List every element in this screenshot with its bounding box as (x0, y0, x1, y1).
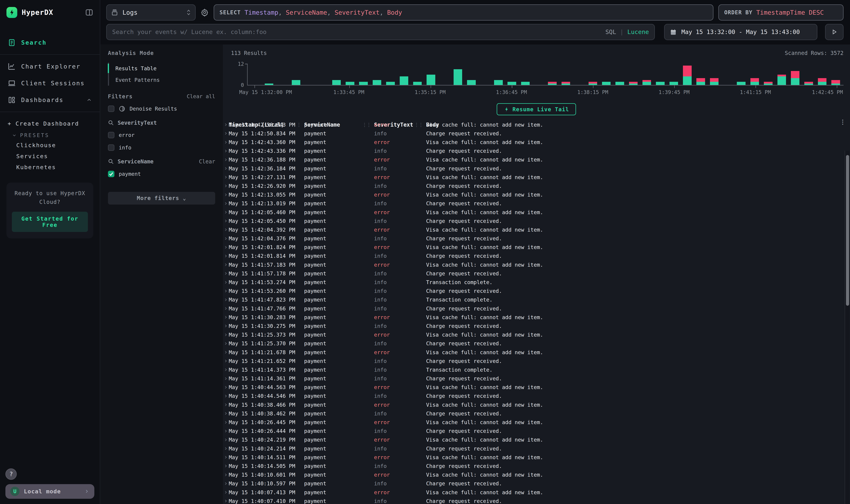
log-row[interactable]: May 15 1:40:07.410 PM payment info Charg… (223, 497, 845, 504)
row-expand-chevron-icon[interactable] (224, 429, 229, 434)
row-expand-chevron-icon[interactable] (224, 437, 229, 442)
row-expand-chevron-icon[interactable] (224, 245, 229, 250)
mode-lucene-button[interactable]: Lucene (627, 29, 649, 35)
log-row[interactable]: May 15 1:40:24.214 PM payment info Charg… (223, 444, 845, 453)
row-expand-chevron-icon[interactable] (224, 157, 229, 162)
log-row[interactable]: May 15 1:41:21.678 PM payment error Visa… (223, 348, 845, 357)
create-dashboard-button[interactable]: + Create Dashboard (8, 118, 92, 130)
row-expand-chevron-icon[interactable] (224, 236, 229, 241)
chevron-up-icon[interactable] (86, 97, 92, 103)
row-expand-chevron-icon[interactable] (224, 166, 229, 171)
select-clause-input[interactable]: SELECT Timestamp, ServiceName, SeverityT… (214, 4, 713, 21)
sidebar-item-dashboards[interactable]: Dashboards (0, 92, 100, 108)
log-row[interactable]: May 15 1:42:50.843 PM payment error Visa… (223, 120, 845, 129)
row-expand-chevron-icon[interactable] (224, 315, 229, 320)
row-expand-chevron-icon[interactable] (224, 140, 229, 145)
log-row[interactable]: May 15 1:42:05.460 PM payment error Visa… (223, 208, 845, 217)
sidebar-collapse-icon[interactable] (85, 8, 93, 17)
log-row[interactable]: May 15 1:41:30.275 PM payment info Charg… (223, 322, 845, 330)
log-row[interactable]: May 15 1:40:14.511 PM payment error Visa… (223, 453, 845, 462)
row-expand-chevron-icon[interactable] (224, 446, 229, 451)
row-expand-chevron-icon[interactable] (224, 455, 229, 460)
row-expand-chevron-icon[interactable] (224, 280, 229, 285)
row-expand-chevron-icon[interactable] (224, 324, 229, 328)
log-row[interactable]: May 15 1:40:38.466 PM payment error Visa… (223, 400, 845, 409)
error-checkbox[interactable] (108, 132, 114, 138)
log-row[interactable]: May 15 1:41:47.766 PM payment info Charg… (223, 304, 845, 313)
mode-sql-button[interactable]: SQL (605, 29, 616, 35)
filter-group-name[interactable]: ServiceName (118, 158, 153, 165)
row-expand-chevron-icon[interactable] (224, 332, 229, 337)
row-expand-chevron-icon[interactable] (224, 472, 229, 477)
row-expand-chevron-icon[interactable] (224, 350, 229, 355)
row-expand-chevron-icon[interactable] (224, 376, 229, 381)
denoise-checkbox-row[interactable]: Denoise Results (108, 106, 215, 112)
log-row[interactable]: May 15 1:40:10.601 PM payment error Visa… (223, 470, 845, 479)
log-row[interactable]: May 15 1:41:25.373 PM payment error Visa… (223, 330, 845, 339)
row-expand-chevron-icon[interactable] (224, 341, 229, 346)
filter-group-name[interactable]: SeverityText (118, 120, 157, 126)
log-row[interactable]: May 15 1:41:57.183 PM payment error Visa… (223, 260, 845, 269)
log-row[interactable]: May 15 1:40:10.597 PM payment info Charg… (223, 479, 845, 488)
row-expand-chevron-icon[interactable] (224, 271, 229, 276)
sidebar-item-chart-explorer[interactable]: Chart Explorer (0, 58, 100, 75)
row-expand-chevron-icon[interactable] (224, 192, 229, 197)
log-row[interactable]: May 15 1:40:44.563 PM payment error Visa… (223, 383, 845, 392)
row-expand-chevron-icon[interactable] (224, 201, 229, 206)
row-expand-chevron-icon[interactable] (224, 402, 229, 407)
denoise-checkbox[interactable] (108, 106, 114, 112)
log-row[interactable]: May 15 1:41:47.823 PM payment info Trans… (223, 295, 845, 304)
info-checkbox[interactable] (108, 144, 114, 151)
local-mode-menu[interactable]: U Local mode (5, 484, 94, 499)
order-by-input[interactable]: ORDER BY TimestampTime DESC (718, 4, 844, 21)
row-expand-chevron-icon[interactable] (224, 289, 229, 293)
log-row[interactable]: May 15 1:40:26.445 PM payment error Visa… (223, 418, 845, 427)
filter-option-error[interactable]: error (108, 132, 215, 138)
log-row[interactable]: May 15 1:40:26.444 PM payment info Charg… (223, 427, 845, 435)
log-row[interactable]: May 15 1:42:36.188 PM payment error Visa… (223, 156, 845, 164)
preset-kubernetes[interactable]: Kubernetes (8, 162, 92, 173)
log-row[interactable]: May 15 1:42:27.131 PM payment error Visa… (223, 173, 845, 182)
row-expand-chevron-icon[interactable] (224, 210, 229, 215)
get-started-button[interactable]: Get Started for Free (12, 212, 88, 232)
row-expand-chevron-icon[interactable] (224, 227, 229, 232)
option-results-table[interactable]: Results Table (109, 62, 215, 74)
log-row[interactable]: May 15 1:42:26.920 PM payment info Charg… (223, 182, 845, 190)
row-expand-chevron-icon[interactable] (224, 359, 229, 363)
row-expand-chevron-icon[interactable] (224, 420, 229, 425)
log-row[interactable]: May 15 1:41:25.370 PM payment info Charg… (223, 339, 845, 348)
log-row[interactable]: May 15 1:41:14.361 PM payment info Charg… (223, 374, 845, 383)
log-row[interactable]: May 15 1:41:30.283 PM payment error Visa… (223, 313, 845, 322)
log-row[interactable]: May 15 1:42:04.376 PM payment info Charg… (223, 234, 845, 243)
log-row[interactable]: May 15 1:40:38.462 PM payment info Charg… (223, 409, 845, 418)
clear-service-link[interactable]: Clear (199, 158, 215, 165)
log-row[interactable]: May 15 1:42:50.834 PM payment info Charg… (223, 129, 845, 138)
sidebar-item-client-sessions[interactable]: Client Sessions (0, 75, 100, 92)
log-row[interactable]: May 15 1:41:21.652 PM payment info Charg… (223, 357, 845, 365)
scrollbar-thumb[interactable] (846, 155, 849, 306)
time-range-picker[interactable]: May 15 13:32:00 - May 15 13:43:00 (664, 24, 817, 40)
row-expand-chevron-icon[interactable] (224, 464, 229, 468)
row-expand-chevron-icon[interactable] (224, 175, 229, 180)
row-expand-chevron-icon[interactable] (224, 394, 229, 398)
source-select[interactable]: Logs (106, 4, 196, 21)
more-filters-button[interactable]: More filters ⌄ (108, 192, 215, 204)
row-expand-chevron-icon[interactable] (224, 298, 229, 302)
log-row[interactable]: May 15 1:40:44.546 PM payment info Charg… (223, 392, 845, 400)
log-row[interactable]: May 15 1:42:13.019 PM payment info Charg… (223, 199, 845, 208)
row-expand-chevron-icon[interactable] (224, 385, 229, 390)
log-row[interactable]: May 15 1:42:36.184 PM payment info Charg… (223, 164, 845, 173)
lucene-search-input[interactable]: Search your events w/ Lucene ex. column:… (106, 24, 655, 40)
log-row[interactable]: May 15 1:42:01.824 PM payment error Visa… (223, 243, 845, 252)
payment-checkbox-checked[interactable] (108, 171, 114, 177)
log-row[interactable]: May 15 1:42:05.450 PM payment info Charg… (223, 217, 845, 225)
scrollbar-track[interactable] (845, 151, 849, 504)
run-query-button[interactable] (825, 24, 844, 40)
log-row[interactable]: May 15 1:40:14.505 PM payment info Charg… (223, 462, 845, 470)
row-expand-chevron-icon[interactable] (224, 262, 229, 267)
row-expand-chevron-icon[interactable] (224, 490, 229, 495)
log-row[interactable]: May 15 1:42:01.814 PM payment info Charg… (223, 252, 845, 260)
log-row[interactable]: May 15 1:41:53.260 PM payment info Charg… (223, 287, 845, 295)
log-row[interactable]: May 15 1:42:43.360 PM payment error Visa… (223, 138, 845, 146)
row-expand-chevron-icon[interactable] (224, 131, 229, 136)
